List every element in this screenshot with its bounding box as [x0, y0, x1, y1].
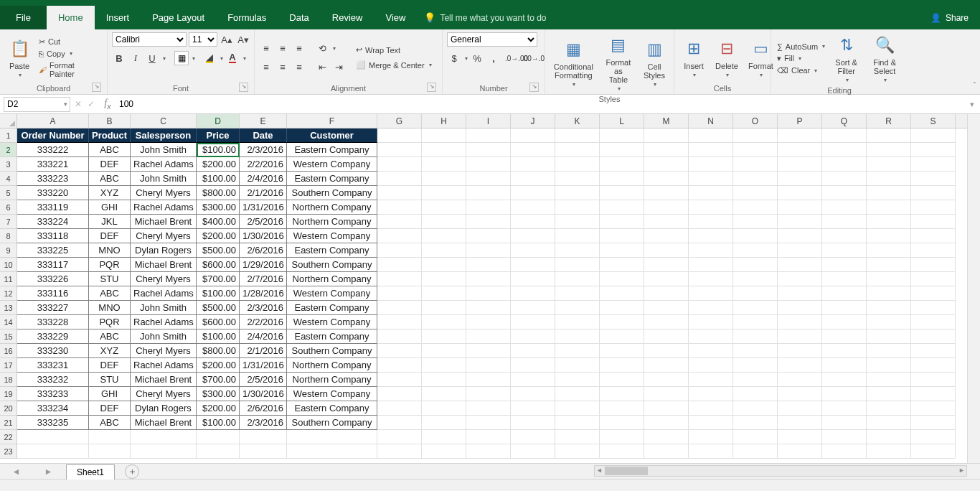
cancel-icon[interactable]: ✕ [75, 99, 82, 109]
autosum-button[interactable]: ∑AutoSum▾ [776, 42, 826, 52]
row-header-9[interactable]: 9 [0, 243, 17, 258]
orientation-icon[interactable]: ⟲ [315, 41, 329, 55]
tab-view[interactable]: View [374, 6, 417, 29]
row-header-8[interactable]: 8 [0, 229, 17, 243]
col-header-N[interactable]: N [689, 114, 733, 128]
increase-indent-icon[interactable]: ⇥ [331, 60, 346, 74]
row-header-16[interactable]: 16 [0, 344, 17, 358]
find-select-button[interactable]: 🔍Find & Select▾ [866, 32, 903, 85]
col-header-B[interactable]: B [89, 114, 131, 128]
currency-icon[interactable]: $ [447, 51, 461, 65]
decrease-indent-icon[interactable]: ⇤ [315, 60, 329, 74]
row-header-1[interactable]: 1 [0, 128, 17, 143]
tab-nav-first-icon[interactable]: ◄ [12, 467, 21, 477]
tab-home[interactable]: Home [47, 6, 95, 29]
delete-cells-button[interactable]: ⊟Delete▾ [712, 36, 742, 80]
font-name-combo[interactable]: Calibri [112, 32, 187, 47]
tab-formulas[interactable]: Formulas [216, 6, 278, 29]
row-header-19[interactable]: 19 [0, 387, 17, 401]
underline-button[interactable]: U [145, 51, 159, 65]
row-header-21[interactable]: 21 [0, 416, 17, 430]
col-header-A[interactable]: A [17, 114, 89, 128]
cell-grid[interactable]: Order NumberProductSalespersonPriceDateC… [17, 128, 967, 463]
align-bottom-icon[interactable]: ≡ [292, 41, 306, 55]
align-right-icon[interactable]: ≡ [292, 60, 306, 74]
new-sheet-button[interactable]: ＋ [125, 464, 139, 479]
row-header-7[interactable]: 7 [0, 215, 17, 229]
sheet-tab[interactable]: Sheet1 [66, 464, 115, 480]
sort-filter-button[interactable]: ⇅Sort & Filter▾ [829, 32, 863, 85]
col-header-J[interactable]: J [511, 114, 555, 128]
wrap-text-button[interactable]: ↩Wrap Text [354, 45, 433, 55]
formula-input[interactable] [116, 99, 964, 109]
align-left-icon[interactable]: ≡ [259, 60, 273, 74]
col-header-I[interactable]: I [466, 114, 511, 128]
fx-icon[interactable]: fx [99, 98, 116, 111]
col-header-L[interactable]: L [600, 114, 644, 128]
align-middle-icon[interactable]: ≡ [275, 41, 290, 55]
comma-icon[interactable]: , [486, 51, 501, 65]
format-as-table-button[interactable]: ▤Format as Table▾ [600, 32, 636, 93]
tell-me[interactable]: 💡 Tell me what you want to do [424, 6, 546, 29]
row-header-3[interactable]: 3 [0, 157, 17, 172]
collapse-ribbon-icon[interactable]: ˆ [974, 82, 976, 90]
row-header-17[interactable]: 17 [0, 358, 17, 373]
increase-font-icon[interactable]: A▴ [220, 32, 234, 47]
col-header-P[interactable]: P [778, 114, 822, 128]
italic-button[interactable]: I [128, 51, 143, 65]
tab-file[interactable]: File [0, 6, 47, 29]
cut-button[interactable]: ✂Cut [37, 37, 103, 47]
tab-page-layout[interactable]: Page Layout [141, 6, 216, 29]
col-header-R[interactable]: R [867, 114, 911, 128]
share-button[interactable]: 👤 Share [919, 6, 980, 29]
bold-button[interactable]: B [112, 51, 126, 65]
col-header-Q[interactable]: Q [822, 114, 867, 128]
col-header-M[interactable]: M [644, 114, 689, 128]
percent-icon[interactable]: % [470, 51, 484, 65]
row-header-23[interactable]: 23 [0, 444, 17, 459]
row-header-4[interactable]: 4 [0, 172, 17, 186]
row-header-15[interactable]: 15 [0, 329, 17, 344]
border-button[interactable]: ▦ [174, 51, 189, 65]
row-header-14[interactable]: 14 [0, 315, 17, 329]
col-header-C[interactable]: C [131, 114, 197, 128]
tab-data[interactable]: Data [278, 6, 320, 29]
row-header-2[interactable]: 2 [0, 143, 17, 157]
row-header-13[interactable]: 13 [0, 301, 17, 315]
row-header-12[interactable]: 12 [0, 286, 17, 301]
font-size-combo[interactable]: 11 [189, 32, 217, 47]
col-header-E[interactable]: E [240, 114, 287, 128]
tab-review[interactable]: Review [321, 6, 374, 29]
col-header-G[interactable]: G [377, 114, 422, 128]
expand-formula-icon[interactable]: ▾ [964, 100, 980, 109]
row-header-10[interactable]: 10 [0, 258, 17, 272]
decrease-decimal-icon[interactable]: .00→.0 [526, 51, 540, 65]
horizontal-scrollbar[interactable] [594, 465, 967, 477]
tab-insert[interactable]: Insert [95, 6, 141, 29]
insert-cells-button[interactable]: ⊞Insert▾ [679, 36, 709, 80]
conditional-formatting-button[interactable]: ▦Conditional Formatting▾ [550, 37, 598, 89]
col-header-D[interactable]: D [197, 114, 240, 128]
paste-button[interactable]: 📋 Paste ▾ [4, 36, 34, 80]
format-painter-button[interactable]: 🖌Format Painter [37, 60, 103, 79]
cell-styles-button[interactable]: ▥Cell Styles▾ [639, 37, 669, 89]
row-header-18[interactable]: 18 [0, 373, 17, 387]
clear-button[interactable]: ⌫Clear▾ [776, 65, 826, 76]
align-top-icon[interactable]: ≡ [259, 41, 273, 55]
merge-center-button[interactable]: ⬜Merge & Center▾ [354, 60, 433, 70]
select-all-corner[interactable] [0, 114, 17, 128]
col-header-F[interactable]: F [287, 114, 377, 128]
col-header-S[interactable]: S [911, 114, 956, 128]
col-header-K[interactable]: K [555, 114, 600, 128]
font-color-button[interactable]: A [225, 51, 240, 65]
row-header-22[interactable]: 22 [0, 430, 17, 444]
decrease-font-icon[interactable]: A▾ [236, 32, 250, 47]
fill-button[interactable]: ▾Fill▾ [776, 53, 826, 64]
row-header-20[interactable]: 20 [0, 401, 17, 416]
name-box[interactable]: D2 [4, 97, 70, 112]
number-format-combo[interactable]: General [447, 32, 537, 47]
enter-icon[interactable]: ✓ [88, 99, 95, 109]
align-center-icon[interactable]: ≡ [275, 60, 290, 74]
col-header-H[interactable]: H [422, 114, 466, 128]
fill-color-button[interactable]: ◢ [202, 51, 217, 65]
